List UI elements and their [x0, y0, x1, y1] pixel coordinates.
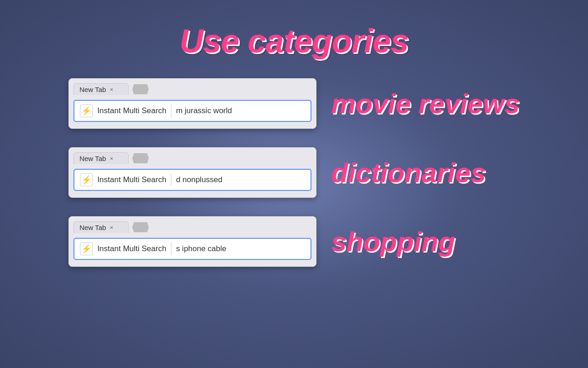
search-rows-container: New Tab × ⚡ Instant Multi Search m juras…: [68, 78, 520, 267]
tab-bar-1: New Tab ×: [74, 83, 311, 95]
search-row-3: New Tab × ⚡ Instant Multi Search s iphon…: [68, 216, 455, 267]
address-bar-1[interactable]: ⚡ Instant Multi Search m jurassic world: [74, 100, 311, 122]
tab-label-1: New Tab: [79, 86, 106, 93]
browser-mockup-1: New Tab × ⚡ Instant Multi Search m juras…: [68, 78, 317, 129]
tab-bar-3: New Tab ×: [74, 221, 311, 233]
app-name-1: Instant Multi Search: [97, 106, 166, 115]
browser-tab-1[interactable]: New Tab ×: [74, 83, 129, 95]
address-bar-2[interactable]: ⚡ Instant Multi Search d nonplussed: [74, 169, 311, 191]
search-row-2: New Tab × ⚡ Instant Multi Search d nonpl…: [68, 147, 486, 198]
browser-tab-3[interactable]: New Tab ×: [74, 221, 129, 233]
search-row: New Tab × ⚡ Instant Multi Search m juras…: [68, 78, 520, 129]
tab-label-3: New Tab: [79, 224, 106, 231]
tab-close-2[interactable]: ×: [110, 155, 113, 162]
category-label-2: dictionaries: [331, 157, 486, 189]
lightning-icon-2: ⚡: [80, 173, 93, 186]
browser-mockup-2: New Tab × ⚡ Instant Multi Search d nonpl…: [68, 147, 317, 198]
tab-close-3[interactable]: ×: [110, 224, 113, 231]
browser-mockup-3: New Tab × ⚡ Instant Multi Search s iphon…: [68, 216, 317, 267]
address-bar-3[interactable]: ⚡ Instant Multi Search s iphone cable: [74, 238, 311, 260]
address-divider-2: [171, 173, 171, 186]
new-tab-button-2[interactable]: [132, 153, 149, 163]
tab-close-1[interactable]: ×: [110, 86, 113, 93]
address-divider-3: [171, 242, 171, 255]
new-tab-button-1[interactable]: [132, 84, 149, 94]
category-label-3: shopping: [331, 226, 455, 258]
app-name-3: Instant Multi Search: [97, 244, 166, 253]
tab-label-2: New Tab: [79, 155, 106, 162]
page-title: Use categories: [180, 22, 408, 60]
browser-tab-2[interactable]: New Tab ×: [74, 152, 129, 164]
search-query-3: s iphone cable: [176, 244, 226, 253]
search-query-1: m jurassic world: [176, 106, 232, 115]
app-name-2: Instant Multi Search: [97, 175, 166, 184]
lightning-icon-1: ⚡: [80, 104, 93, 117]
category-label-1: movie reviews: [331, 88, 520, 120]
address-divider-1: [171, 104, 171, 117]
new-tab-button-3[interactable]: [132, 222, 149, 232]
lightning-icon-3: ⚡: [80, 242, 93, 255]
search-query-2: d nonplussed: [176, 175, 222, 184]
tab-bar-2: New Tab ×: [74, 152, 311, 164]
